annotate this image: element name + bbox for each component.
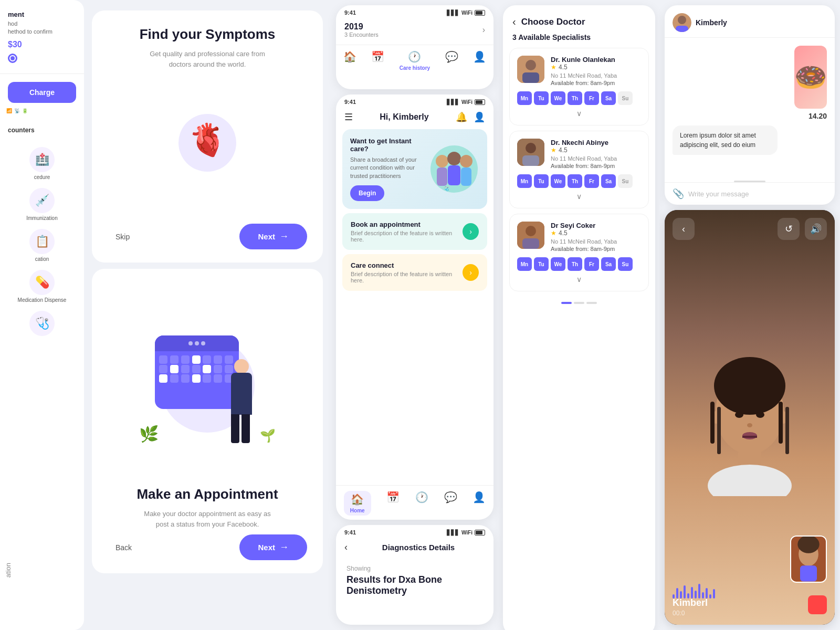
book-appointment-card[interactable]: Book an appointment Brief description of… xyxy=(342,213,487,250)
care-history-phone: 9:41 ▋▋▋ WiFi 2019 3 Encounters › 🏠 📅 xyxy=(336,5,494,89)
attach-icon[interactable]: 📎 xyxy=(673,188,684,200)
nav-item-immunization[interactable]: 💉 Immunization xyxy=(5,188,79,221)
video-sound-button[interactable]: 🔊 xyxy=(805,218,827,240)
wifi-icon-3: WiFi xyxy=(461,530,472,536)
signal-icon-3: ▋▋▋ xyxy=(447,530,459,536)
day-th-1[interactable]: Th xyxy=(568,91,582,105)
video-end-call-button[interactable] xyxy=(808,595,827,614)
nav-item-medication[interactable]: 📋 cation xyxy=(5,229,79,262)
begin-button[interactable]: Begin xyxy=(350,185,384,201)
day-tu-1[interactable]: Tu xyxy=(534,91,549,105)
day-tu-3[interactable]: Tu xyxy=(534,257,549,271)
doctor-1-rating: ★ 4.5 xyxy=(551,64,641,71)
next-button-1[interactable]: Next → xyxy=(239,224,307,249)
doctor-card-1[interactable]: Dr. Kunle Olanlekan ★ 4.5 No 11 McNeil R… xyxy=(509,48,649,125)
care-nav-profile[interactable]: 👤 xyxy=(473,50,486,71)
sound-icon: 🔊 xyxy=(810,223,822,235)
svg-text:🫀: 🫀 xyxy=(188,121,227,159)
bell-icon[interactable]: 🔔 xyxy=(456,111,467,123)
symptoms-desc: Get quality and professional care from d… xyxy=(139,49,276,69)
video-back-button[interactable]: ‹ xyxy=(673,218,695,240)
home-nav-calendar[interactable]: 📅 xyxy=(386,491,400,516)
nav-item-procedure[interactable]: 🏥 cedure xyxy=(5,147,79,180)
care-nav-chat[interactable]: 💬 xyxy=(445,50,458,71)
day-mn-2[interactable]: Mn xyxy=(517,174,532,188)
expand-btn-2[interactable]: ∨ xyxy=(517,192,641,201)
chat-nav-icon: 💬 xyxy=(445,50,458,63)
back-button[interactable]: Back xyxy=(108,539,140,556)
care-chevron-icon[interactable]: › xyxy=(482,25,485,35)
choose-doctor-back-icon[interactable]: ‹ xyxy=(512,16,516,28)
signal-icon: 📶 xyxy=(6,108,12,113)
home-nav-history[interactable]: 🕐 xyxy=(415,491,428,516)
skip-button[interactable]: Skip xyxy=(108,228,138,245)
instant-care-desc: Share a broadcast of your current condit… xyxy=(350,156,418,180)
svg-rect-21 xyxy=(676,26,688,32)
hero-text: Want to get Instant care? Share a broadc… xyxy=(350,137,428,201)
care-nav-home[interactable]: 🏠 xyxy=(343,50,356,71)
svg-point-28 xyxy=(747,423,752,427)
avatar-icon[interactable]: 👤 xyxy=(474,111,485,123)
care-nav-calendar[interactable]: 📅 xyxy=(371,50,384,71)
day-sa-3[interactable]: Sa xyxy=(601,257,616,271)
care-nav-history[interactable]: 🕐 Care history xyxy=(400,50,430,71)
method-confirm: hethod to confirm xyxy=(8,28,76,35)
scroll-indicator xyxy=(503,297,655,309)
radio-button[interactable] xyxy=(8,54,17,63)
video-refresh-button[interactable]: ↺ xyxy=(778,218,800,240)
doctor-2-header: Dr. Nkechi Abinye ★ 4.5 No 11 McNeil Roa… xyxy=(517,139,641,169)
home-nav-profile[interactable]: 👤 xyxy=(472,491,486,516)
doctor-card-2[interactable]: Dr. Nkechi Abinye ★ 4.5 No 11 McNeil Roa… xyxy=(509,131,649,208)
left-partial-panel: ment hod hethod to confirm $30 Charge 📶 … xyxy=(0,0,84,630)
day-sa-1[interactable]: Sa xyxy=(601,91,616,105)
day-th-3[interactable]: Th xyxy=(568,257,582,271)
day-su-2[interactable]: Su xyxy=(618,174,633,188)
video-waveform xyxy=(673,583,715,598)
video-caller-name: Kimberl xyxy=(673,597,708,608)
home-header: ☰ Hi, Kimberly 🔔 👤 xyxy=(336,107,494,125)
doctor-1-address: No 11 McNeil Road, Yaba xyxy=(551,72,641,79)
chat-input[interactable] xyxy=(688,190,827,198)
nav-item-stethoscope[interactable]: 🩺 xyxy=(5,311,79,336)
day-we-3[interactable]: We xyxy=(551,257,565,271)
svg-point-14 xyxy=(526,143,536,153)
hamburger-icon[interactable]: ☰ xyxy=(344,111,353,123)
price-label: $30 xyxy=(8,40,76,49)
next-button-2[interactable]: Next → xyxy=(239,534,307,560)
person-head xyxy=(234,359,249,374)
radio-inner xyxy=(10,56,15,60)
next-arrow-icon-1: → xyxy=(279,231,289,242)
day-we-1[interactable]: We xyxy=(551,91,565,105)
day-tu-2[interactable]: Tu xyxy=(534,174,549,188)
day-we-2[interactable]: We xyxy=(551,174,565,188)
choose-doctor-title: Choose Doctor xyxy=(521,17,585,27)
day-fr-1[interactable]: Fr xyxy=(584,91,599,105)
time-3: 9:41 xyxy=(344,529,356,536)
day-fr-3[interactable]: Fr xyxy=(584,257,599,271)
day-su-1[interactable]: Su xyxy=(618,91,633,105)
home-nav-home[interactable]: 🏠 Home xyxy=(344,491,371,516)
day-th-2[interactable]: Th xyxy=(568,174,582,188)
time-2: 9:41 xyxy=(344,99,356,105)
doctor-1-header: Dr. Kunle Olanlekan ★ 4.5 No 11 McNeil R… xyxy=(517,56,641,86)
care-connect-card[interactable]: Care connect Brief description of the fe… xyxy=(342,254,487,291)
expand-btn-1[interactable]: ∨ xyxy=(517,109,641,118)
home-nav-chat[interactable]: 💬 xyxy=(444,491,457,516)
diagnostics-back-icon[interactable]: ‹ xyxy=(344,542,348,553)
day-sa-2[interactable]: Sa xyxy=(601,174,616,188)
next-label-1: Next xyxy=(258,232,275,241)
doctor-card-3[interactable]: Dr Seyi Coker ★ 4.5 No 11 McNeil Road, Y… xyxy=(509,214,649,291)
expand-btn-3[interactable]: ∨ xyxy=(517,275,641,284)
wave-bar-6 xyxy=(691,587,693,598)
nav-item-dispense[interactable]: 💊 Medication Dispense xyxy=(5,270,79,303)
day-mn-1[interactable]: Mn xyxy=(517,91,532,105)
next-label-2: Next xyxy=(258,543,275,552)
day-mn-3[interactable]: Mn xyxy=(517,257,532,271)
connect-title: Care connect xyxy=(351,261,463,269)
video-controls: ↺ 🔊 xyxy=(778,218,827,240)
day-fr-2[interactable]: Fr xyxy=(584,174,599,188)
video-face-svg xyxy=(697,339,802,496)
svg-point-25 xyxy=(708,465,792,496)
day-su-3[interactable]: Su xyxy=(618,257,633,271)
charge-button[interactable]: Charge xyxy=(8,82,76,103)
